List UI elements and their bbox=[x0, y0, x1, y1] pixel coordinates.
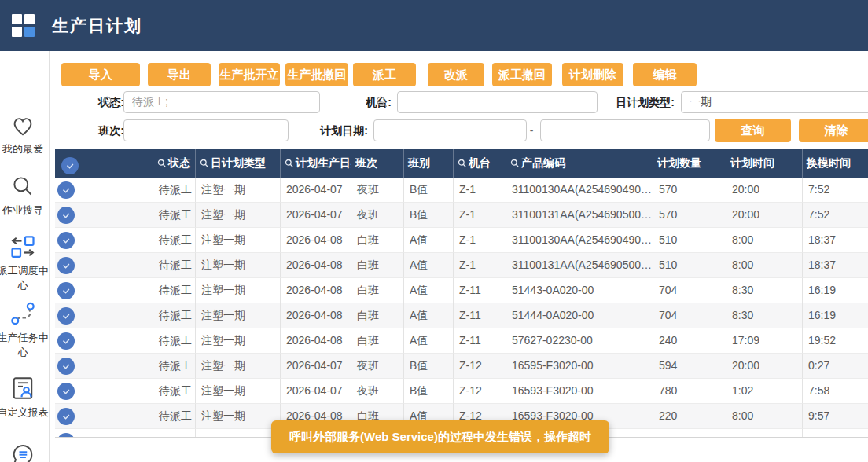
query-button[interactable]: 查询 bbox=[715, 119, 791, 142]
row-checkbox[interactable] bbox=[57, 257, 75, 274]
row-checkbox[interactable] bbox=[57, 307, 75, 324]
cell-plan-type: 注塑一期 bbox=[195, 328, 280, 354]
row-checkbox[interactable] bbox=[57, 232, 75, 249]
cell-machine: Z-11 bbox=[453, 303, 506, 328]
row-checkbox[interactable] bbox=[57, 408, 75, 425]
cell-shift-class: A值 bbox=[403, 328, 453, 354]
sidebar-item-production-task-center[interactable]: 生产任务中心 bbox=[0, 299, 50, 361]
table-row[interactable]: 待派工注塑一期2026-04-08白班A值Z-1151443-0A020-007… bbox=[55, 278, 868, 303]
table-row[interactable]: 待派工注塑一期2026-04-07夜班B值Z-1216593-F3020-007… bbox=[55, 379, 868, 404]
cell-product-code: 31100130AA(A2546904902... bbox=[506, 228, 653, 253]
plan-delete-button[interactable]: 计划删除 bbox=[562, 63, 623, 86]
machine-filter-input[interactable] bbox=[397, 91, 598, 113]
cell-select bbox=[55, 429, 153, 438]
col-header-status[interactable]: 状态 bbox=[153, 149, 195, 178]
cell-plan-time: 8:00 bbox=[726, 253, 802, 278]
col-header-shift-class: 班别 bbox=[403, 149, 453, 178]
cell-change-time: 7:52 bbox=[802, 203, 868, 228]
row-checkbox[interactable] bbox=[57, 332, 75, 350]
dispatch-button[interactable]: 派工 bbox=[353, 63, 416, 86]
search-icon bbox=[9, 172, 37, 200]
redispatch-button[interactable]: 改派 bbox=[428, 63, 484, 86]
cell-select bbox=[55, 379, 153, 404]
cell-plan-date: 2026-04-08 bbox=[280, 328, 351, 354]
cell-shift-class: B值 bbox=[403, 354, 453, 379]
plan-type-filter-input[interactable] bbox=[681, 91, 868, 113]
cell-change-time: 0:27 bbox=[802, 354, 868, 379]
cell-status: 待派工 bbox=[153, 303, 195, 328]
col-header-product-code[interactable]: 产品编码 bbox=[506, 149, 653, 178]
cell-plan-qty: 570 bbox=[653, 203, 726, 228]
cell-plan-qty: 510 bbox=[653, 253, 726, 278]
col-header-plan-time: 计划时间 bbox=[726, 149, 802, 178]
cell-plan-date: 2026-04-07 bbox=[280, 203, 351, 228]
col-header-plan-type[interactable]: 日计划类型 bbox=[195, 149, 280, 178]
sidebar-item-dispatch-center[interactable]: 派工调度中心 bbox=[0, 233, 50, 294]
column-search-icon bbox=[458, 159, 469, 168]
cell-plan-type: 注塑一期 bbox=[195, 354, 280, 379]
sidebar-item-label: 作业搜寻 bbox=[0, 204, 50, 218]
col-header-plan-date[interactable]: 计划生产日期 bbox=[280, 149, 351, 178]
plan-date-to-input[interactable] bbox=[540, 119, 710, 141]
sidebar-item-custom-report[interactable]: 自定义报表 bbox=[0, 374, 50, 420]
cell-change-time bbox=[802, 429, 868, 438]
cell-product-code: 31100131AA(A2546905002... bbox=[506, 253, 653, 278]
batch-revoke-button[interactable]: 生产批撤回 bbox=[285, 63, 348, 86]
row-checkbox[interactable] bbox=[57, 383, 75, 400]
cell-plan-type: 注塑一期 bbox=[195, 178, 280, 203]
cell-product-code: 51444-0A020-00 bbox=[506, 303, 653, 328]
cell-plan-qty: 220 bbox=[653, 404, 726, 429]
cell-plan-time: 8:00 bbox=[726, 228, 802, 253]
logo-square-blue bbox=[24, 27, 35, 37]
sidebar-item-favorites[interactable]: 我的最爱 bbox=[0, 111, 50, 157]
cell-status: 待派工 bbox=[153, 328, 195, 354]
toolbar: 导入导出生产批开立生产批撤回派工改派派工撤回计划删除编辑 bbox=[61, 63, 697, 86]
shift-filter-input[interactable] bbox=[123, 119, 289, 141]
export-button[interactable]: 导出 bbox=[148, 63, 211, 86]
app-grid-logo-icon[interactable] bbox=[12, 14, 35, 37]
cell-machine: Z-1 bbox=[453, 178, 506, 203]
cell-plan-type: 注塑一期 bbox=[195, 379, 280, 404]
table-row[interactable]: 待派工注塑一期2026-04-08白班A值Z-1157627-02230-002… bbox=[55, 328, 868, 354]
table-row[interactable]: 待派工注塑一期2026-04-07夜班B值Z-131100131AA(A2546… bbox=[55, 203, 868, 228]
edit-button[interactable]: 编辑 bbox=[633, 63, 697, 86]
sidebar-item-job-search[interactable]: 作业搜寻 bbox=[0, 172, 50, 218]
row-checkbox[interactable] bbox=[57, 433, 75, 438]
sidebar-item-andon-message[interactable]: 安灯讯息 bbox=[0, 441, 50, 462]
sidebar-item-label: 派工调度中心 bbox=[0, 264, 50, 294]
row-checkbox[interactable] bbox=[57, 182, 75, 199]
row-checkbox[interactable] bbox=[57, 282, 75, 299]
table-row[interactable]: 待派工注塑一期2026-04-08白班A值Z-1151444-0A020-007… bbox=[55, 303, 868, 328]
row-checkbox[interactable] bbox=[57, 207, 75, 224]
dispatch-revoke-button[interactable]: 派工撤回 bbox=[492, 63, 552, 86]
sidebar: 我的最爱作业搜寻派工调度中心生产任务中心自定义报表安灯讯息 bbox=[0, 51, 50, 462]
table-row[interactable]: 待派工注塑一期2026-04-08白班A值Z-131100131AA(A2546… bbox=[55, 253, 868, 278]
status-filter-input[interactable] bbox=[123, 91, 320, 113]
row-checkbox[interactable] bbox=[57, 358, 75, 375]
col-header-plan-qty: 计划数量 bbox=[653, 149, 726, 178]
cell-plan-type: 注塑一期 bbox=[195, 303, 280, 328]
table-row[interactable]: 待派工注塑一期2026-04-07夜班B值Z-131100130AA(A2546… bbox=[55, 178, 868, 203]
cell-product-code: 51443-0A020-00 bbox=[506, 278, 653, 303]
col-header-select bbox=[55, 149, 153, 178]
cell-plan-date: 2026-04-08 bbox=[280, 303, 351, 328]
cell-plan-qty: 594 bbox=[653, 354, 726, 379]
table-row[interactable]: 待派工注塑一期2026-04-07夜班B值Z-1216595-F3020-005… bbox=[55, 354, 868, 379]
cell-product-code: 16595-F3020-00 bbox=[506, 354, 653, 379]
cell-select bbox=[55, 228, 153, 253]
import-button[interactable]: 导入 bbox=[61, 63, 140, 86]
cell-plan-time bbox=[726, 429, 802, 438]
col-header-change-time: 换模时间 bbox=[802, 149, 868, 178]
clear-button[interactable]: 清除 bbox=[799, 119, 868, 142]
cell-plan-time: 1:02 bbox=[726, 379, 802, 404]
cell-select bbox=[55, 328, 153, 354]
select-all-checkbox[interactable] bbox=[61, 157, 79, 174]
andon-message-icon bbox=[9, 441, 37, 462]
batch-create-button[interactable]: 生产批开立 bbox=[219, 63, 280, 86]
table-row[interactable]: 待派工注塑一期2026-04-08白班A值Z-131100130AA(A2546… bbox=[55, 228, 868, 253]
column-label: 换模时间 bbox=[807, 156, 851, 170]
column-label: 班别 bbox=[408, 156, 430, 170]
col-header-machine[interactable]: 机台 bbox=[453, 149, 506, 178]
plan-date-from-input[interactable] bbox=[373, 119, 527, 141]
cell-status: 待派工 bbox=[153, 379, 195, 404]
